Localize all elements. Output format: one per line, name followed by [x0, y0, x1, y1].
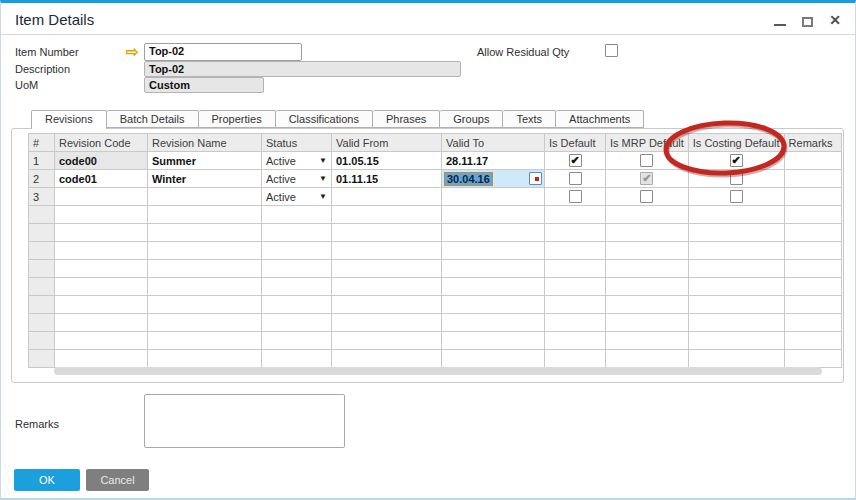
- cell-is-default[interactable]: [545, 170, 606, 188]
- cell-revision-name[interactable]: Summer: [148, 152, 262, 170]
- cell-empty[interactable]: [262, 206, 332, 224]
- grid-checkbox[interactable]: [569, 172, 582, 185]
- column-header-is-default[interactable]: Is Default: [545, 134, 606, 152]
- cell-empty[interactable]: [262, 332, 332, 350]
- cell-empty[interactable]: [688, 314, 784, 332]
- cell-empty[interactable]: [148, 314, 262, 332]
- cell-empty[interactable]: [148, 350, 262, 368]
- remarks-textarea[interactable]: [144, 394, 345, 448]
- cell-empty[interactable]: [606, 350, 689, 368]
- horizontal-scrollbar[interactable]: [54, 367, 822, 375]
- cell-row-number[interactable]: 3: [29, 188, 55, 206]
- cell-empty[interactable]: [545, 224, 606, 242]
- cell-empty[interactable]: [688, 278, 784, 296]
- cell-empty[interactable]: [545, 242, 606, 260]
- cell-empty[interactable]: [262, 242, 332, 260]
- cell-empty[interactable]: [55, 260, 148, 278]
- cell-empty[interactable]: [148, 242, 262, 260]
- cell-revision-code[interactable]: code01: [55, 170, 148, 188]
- tab-attachments[interactable]: Attachments: [556, 110, 644, 128]
- cell-empty[interactable]: [606, 260, 689, 278]
- cell-empty[interactable]: [545, 332, 606, 350]
- status-dropdown[interactable]: Active▼: [266, 155, 327, 167]
- cell-row-number[interactable]: [29, 224, 55, 242]
- cell-empty[interactable]: [442, 224, 545, 242]
- cell-status[interactable]: Active▼: [262, 188, 332, 206]
- cell-empty[interactable]: [55, 314, 148, 332]
- cell-empty[interactable]: [606, 296, 689, 314]
- cell-revision-code[interactable]: [55, 188, 148, 206]
- grid-checkbox[interactable]: ✔: [569, 154, 582, 167]
- cell-empty[interactable]: [55, 224, 148, 242]
- cell-empty[interactable]: [442, 332, 545, 350]
- cell-empty[interactable]: [332, 278, 442, 296]
- cell-empty[interactable]: [332, 224, 442, 242]
- cell-empty[interactable]: [148, 332, 262, 350]
- grid-checkbox[interactable]: ✔: [730, 154, 743, 167]
- cell-empty[interactable]: [55, 278, 148, 296]
- minimize-icon[interactable]: [774, 24, 786, 26]
- column-header-valid-from[interactable]: Valid From: [332, 134, 442, 152]
- cell-empty[interactable]: [442, 296, 545, 314]
- cell-row-number[interactable]: [29, 278, 55, 296]
- cell-empty[interactable]: [55, 296, 148, 314]
- status-dropdown[interactable]: Active▼: [266, 173, 327, 185]
- cell-empty[interactable]: [332, 206, 442, 224]
- cell-row-number[interactable]: [29, 314, 55, 332]
- cell-empty[interactable]: [332, 296, 442, 314]
- cell-is-default[interactable]: ✔: [545, 152, 606, 170]
- cell-empty[interactable]: [148, 260, 262, 278]
- cell-revision-name[interactable]: [148, 188, 262, 206]
- cell-empty[interactable]: [262, 278, 332, 296]
- column-header-is-costing-default[interactable]: Is Costing Default: [688, 134, 784, 152]
- cell-remarks[interactable]: [784, 152, 841, 170]
- cell-valid-to[interactable]: [442, 188, 545, 206]
- cell-is-mrp-default[interactable]: ✔: [606, 170, 689, 188]
- tab-revisions[interactable]: Revisions: [31, 110, 107, 129]
- cell-is-costing-default[interactable]: ✔: [688, 152, 784, 170]
- column-header-num[interactable]: #: [29, 134, 55, 152]
- cell-empty[interactable]: [332, 332, 442, 350]
- cell-empty[interactable]: [545, 260, 606, 278]
- cell-empty[interactable]: [148, 296, 262, 314]
- cell-empty[interactable]: [442, 242, 545, 260]
- cell-empty[interactable]: [262, 224, 332, 242]
- cell-row-number[interactable]: 1: [29, 152, 55, 170]
- cell-empty[interactable]: [688, 350, 784, 368]
- cell-empty[interactable]: [688, 332, 784, 350]
- cell-remarks[interactable]: [784, 170, 841, 188]
- cell-empty[interactable]: [784, 260, 841, 278]
- cell-remarks[interactable]: [784, 188, 841, 206]
- cell-empty[interactable]: [688, 242, 784, 260]
- cell-empty[interactable]: [545, 314, 606, 332]
- cell-empty[interactable]: [442, 206, 545, 224]
- cell-is-mrp-default[interactable]: [606, 152, 689, 170]
- cell-empty[interactable]: [606, 332, 689, 350]
- cell-empty[interactable]: [688, 224, 784, 242]
- cell-empty[interactable]: [262, 296, 332, 314]
- cell-empty[interactable]: [148, 224, 262, 242]
- column-header-remarks[interactable]: Remarks: [784, 134, 841, 152]
- cancel-button[interactable]: Cancel: [86, 469, 149, 491]
- tab-batch-details[interactable]: Batch Details: [107, 110, 199, 128]
- column-header-is-mrp-default[interactable]: Is MRP Default: [606, 134, 689, 152]
- cell-empty[interactable]: [262, 260, 332, 278]
- cell-empty[interactable]: [606, 242, 689, 260]
- cell-empty[interactable]: [545, 296, 606, 314]
- cell-empty[interactable]: [784, 224, 841, 242]
- cell-empty[interactable]: [332, 242, 442, 260]
- cell-is-costing-default[interactable]: [688, 170, 784, 188]
- tab-properties[interactable]: Properties: [199, 110, 276, 128]
- cell-empty[interactable]: [332, 350, 442, 368]
- cell-empty[interactable]: [784, 278, 841, 296]
- grid-checkbox[interactable]: ✔: [640, 172, 653, 185]
- maximize-icon[interactable]: [802, 17, 813, 27]
- cell-revision-code[interactable]: code00: [55, 152, 148, 170]
- allow-residual-qty-checkbox[interactable]: [605, 44, 618, 57]
- cell-empty[interactable]: [784, 296, 841, 314]
- cell-empty[interactable]: [606, 314, 689, 332]
- cell-empty[interactable]: [784, 242, 841, 260]
- column-header-revision-code[interactable]: Revision Code: [55, 134, 148, 152]
- cell-empty[interactable]: [784, 206, 841, 224]
- cell-empty[interactable]: [148, 278, 262, 296]
